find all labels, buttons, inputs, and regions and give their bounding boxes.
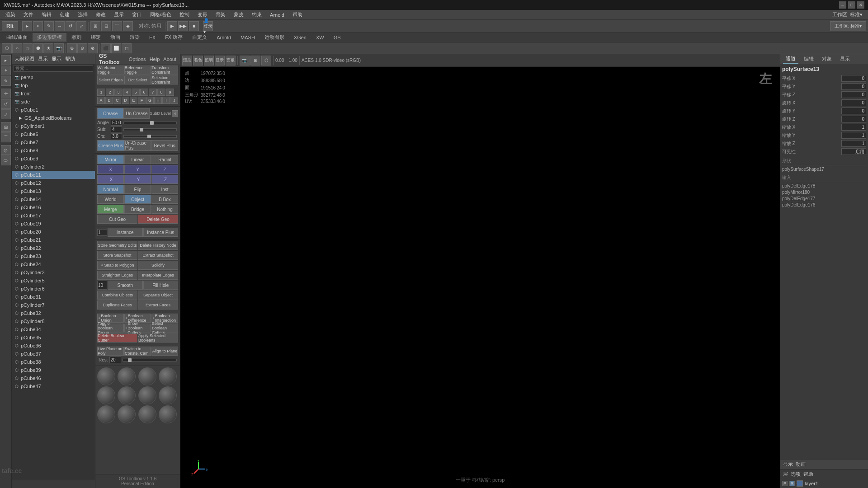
angle-track[interactable] — [123, 122, 177, 124]
menu-选择[interactable]: 选择 — [74, 10, 91, 19]
res-track[interactable] — [123, 359, 177, 361]
menu-蒙皮[interactable]: 蒙皮 — [230, 10, 247, 19]
menu-骨架[interactable]: 骨架 — [212, 10, 229, 19]
layer-item[interactable]: P R layer1 — [780, 479, 868, 488]
material-sphere-12[interactable] — [159, 405, 177, 423]
instance-btn[interactable]: Instance — [108, 228, 143, 237]
tb-render1[interactable]: ▶ — [167, 21, 177, 31]
tool-rotate[interactable]: ↺ — [1, 99, 11, 109]
abc-btn-g[interactable]: G — [146, 97, 154, 104]
abc-btn-i[interactable]: I — [162, 97, 170, 104]
icon-subdiv[interactable]: ◇ — [23, 43, 33, 53]
smooth-num-input[interactable] — [97, 281, 107, 290]
tab-xw[interactable]: XW — [311, 34, 329, 41]
tb-lasso[interactable]: ⌖ — [33, 21, 43, 31]
outliner-item-pCube13[interactable]: ⬡ pCube13 — [12, 187, 95, 195]
select-bool-cutters-btn[interactable]: Select Boolean Cutters — [151, 324, 178, 333]
tb-translate[interactable]: ↔ — [55, 21, 65, 31]
outliner-item-pCube8[interactable]: ⬡ pCube8 — [12, 146, 95, 155]
tab-curve[interactable]: 曲线/曲面 — [2, 33, 32, 42]
tab-motion[interactable]: 运动图形 — [260, 33, 289, 42]
tb-curve[interactable]: ⌒ — [112, 21, 122, 31]
outliner-item-pCylinder1[interactable]: ⬡ pCylinder1 — [12, 122, 95, 130]
tab-channel[interactable]: 通道 — [783, 54, 798, 64]
sub-input[interactable] — [111, 127, 122, 132]
toolbar-rit[interactable]: RIt — [2, 21, 18, 31]
anim-tab-layer[interactable]: 层 — [783, 471, 788, 478]
selection-constraint-btn[interactable]: Selection Constraint — [151, 75, 178, 84]
tab-object[interactable]: 对象 — [819, 55, 835, 63]
tb-render2[interactable]: ▶▶ — [178, 21, 188, 31]
sub-thumb[interactable] — [140, 128, 143, 131]
input-3-row[interactable]: polyDelEdge177 — [782, 196, 866, 201]
vp-light[interactable]: 照明 — [204, 56, 214, 66]
linear-btn[interactable]: Linear — [124, 155, 151, 164]
vp-panels[interactable]: 面板 — [226, 56, 236, 66]
flip-btn[interactable]: Flip — [124, 185, 151, 194]
crs-track[interactable] — [123, 135, 177, 138]
num-btn-1[interactable]: 1 — [97, 89, 105, 96]
merge-btn[interactable]: Merge — [97, 205, 124, 214]
material-sphere-3[interactable] — [138, 367, 156, 385]
tb-user[interactable]: 👤 登录▾ — [203, 21, 213, 31]
uncrease-btn[interactable]: Un-Crease — [123, 108, 150, 119]
translate-z-input[interactable] — [841, 91, 866, 98]
bevel-plus-btn[interactable]: Bevel Plus — [151, 140, 178, 151]
outliner-item-pCube21[interactable]: ⬡ pCube21 — [12, 236, 95, 244]
align-plane-btn[interactable]: Align to Plane — [151, 347, 178, 356]
outliner-item-pCube31[interactable]: ⬡ pCube31 — [12, 293, 95, 301]
vp-surface[interactable]: 着色 — [193, 56, 203, 66]
num-btn-9[interactable]: 9 — [166, 89, 174, 96]
outliner-item-pCube12[interactable]: ⬡ pCube12 — [12, 179, 95, 187]
smooth-btn[interactable]: Smooth — [108, 281, 143, 290]
tab-fx[interactable]: FX — [145, 34, 160, 41]
transform-constraint-btn[interactable]: Transfom Constraint — [151, 66, 178, 75]
outliner-item-pCube23[interactable]: ⬡ pCube23 — [12, 252, 95, 260]
extract-faces-btn[interactable]: Extract Faces — [138, 300, 178, 310]
tab-rig[interactable]: 绑定 — [86, 33, 105, 42]
icon-bridge[interactable]: ⬜ — [111, 43, 121, 53]
outliner-item-pCube38[interactable]: ⬡ pCube38 — [12, 358, 95, 366]
outliner-item-pCylinder6[interactable]: ⬡ pCylinder6 — [12, 285, 95, 293]
outliner-item-pCube35[interactable]: ⬡ pCube35 — [12, 333, 95, 342]
tool-move[interactable]: ✛ — [1, 89, 11, 99]
rotate-x-input[interactable] — [841, 99, 866, 106]
icon-extrude[interactable]: ⬛ — [101, 43, 111, 53]
material-sphere-8[interactable] — [159, 386, 177, 404]
tb-workspace-btn[interactable]: 工作区: 标准▾ — [830, 21, 866, 31]
tab-xgen[interactable]: XGen — [289, 34, 311, 41]
outliner-item-pCube20[interactable]: ⬡ pCube20 — [12, 228, 95, 236]
outliner-item-pCube34[interactable]: ⬡ pCube34 — [12, 325, 95, 333]
material-sphere-2[interactable] — [118, 367, 136, 385]
tab-mash[interactable]: MASH — [236, 34, 259, 41]
switch-cam-btn[interactable]: Switch to Conste. Cam — [124, 347, 151, 356]
instance-num-input[interactable] — [97, 229, 107, 236]
tab-sculpt[interactable]: 雕刻 — [67, 33, 86, 42]
delete-bool-cutter-btn[interactable]: Delete Boolean Cutter — [97, 333, 137, 343]
axis-nx-btn[interactable]: -X — [97, 175, 124, 184]
vp-render[interactable]: 渲染 — [182, 56, 192, 66]
outliner-item-pCube22[interactable]: ⬡ pCube22 — [12, 244, 95, 252]
icon-volume[interactable]: ⬢ — [33, 43, 43, 53]
normal-btn[interactable]: Normal — [97, 185, 124, 194]
menu-渲染[interactable]: 渲染 — [2, 10, 19, 19]
material-sphere-1[interactable] — [97, 367, 115, 385]
visibility-input[interactable] — [841, 148, 866, 155]
axis-nz-btn[interactable]: -Z — [151, 175, 178, 184]
vp-wireframe[interactable]: ⬡ — [261, 56, 271, 66]
wireframe-toggle-btn[interactable]: Wireframe Toggle — [97, 66, 124, 75]
rotate-y-input[interactable] — [841, 108, 866, 114]
input-4-row[interactable]: polyDelEdge176 — [782, 202, 866, 207]
outliner-item-pCube47[interactable]: ⬡ pCube47 — [12, 382, 95, 390]
fill-hole-btn[interactable]: Fill Hole — [143, 281, 179, 290]
solidify-btn[interactable]: Solidify — [138, 261, 178, 270]
tab-display[interactable]: 显示 — [837, 55, 853, 63]
layer-r-check[interactable]: R — [789, 481, 795, 486]
outliner-item-pCube1[interactable]: ⬡ pCube1 — [12, 106, 95, 114]
tb-stop[interactable]: ■ — [189, 21, 199, 31]
tab-gs[interactable]: GS — [329, 34, 345, 41]
tb-snap[interactable]: ⊞ — [90, 21, 100, 31]
store-snapshot-btn[interactable]: Store Snapshot — [97, 251, 137, 260]
menu-workarea[interactable]: 工作区: 标准▾ — [829, 10, 866, 19]
outliner-item-pCube32[interactable]: ⬡ pCube32 — [12, 309, 95, 317]
